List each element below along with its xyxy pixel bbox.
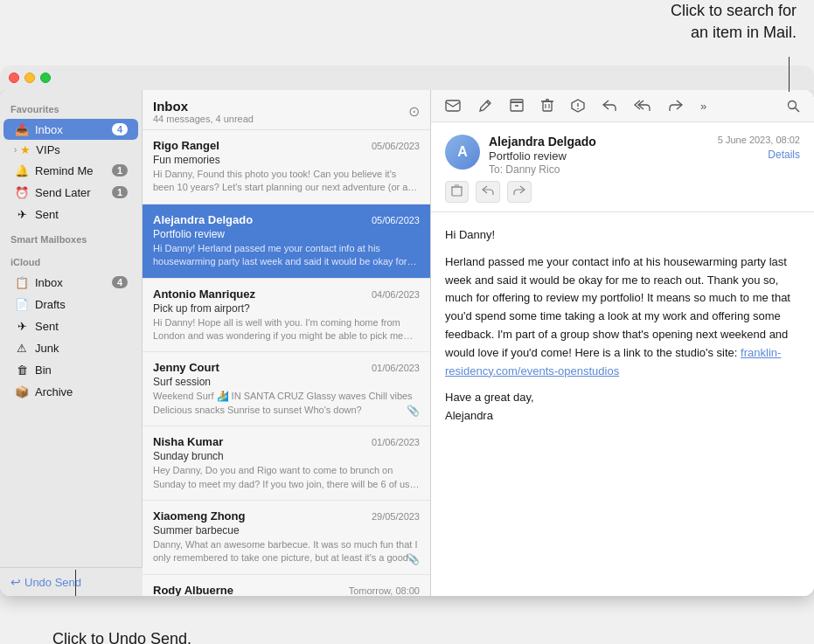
icloud-inbox-badge: 4 [112, 276, 128, 288]
zoom-button[interactable] [40, 73, 51, 83]
sender-info: Alejandra Delgado Portfolio review To: D… [489, 135, 709, 176]
svg-point-12 [577, 108, 579, 110]
reply-all-button[interactable] [630, 98, 655, 114]
detail-action-bar [445, 181, 800, 203]
msg-subject: Surf session [153, 376, 420, 388]
message-item[interactable]: Nisha Kumar 01/06/2023 Sunday brunchHey … [143, 426, 430, 501]
to-label: To: [489, 163, 505, 176]
close-button[interactable] [9, 73, 19, 83]
message-list: Inbox 44 messages, 4 unread ⊙ Rigo Range… [143, 90, 431, 596]
detail-to: To: Danny Rico [489, 163, 709, 176]
inbox-badge: 4 [112, 123, 128, 135]
msg-date: 04/06/2023 [372, 289, 420, 300]
sidebar-item-drafts[interactable]: 📄 Drafts [3, 294, 138, 315]
junk-button[interactable] [567, 97, 588, 114]
sidebar-item-remind-me[interactable]: 🔔 Remind Me 1 [3, 160, 138, 181]
msg-sender: Alejandra Delgado [153, 213, 253, 226]
msg-preview: Hey Danny, Do you and Rigo want to come … [153, 464, 420, 491]
send-later-label: Send Later [35, 186, 112, 199]
msg-sender: Rigo Rangel [153, 139, 219, 152]
sidebar-item-sent[interactable]: ✈ Sent [3, 204, 138, 225]
forward-button[interactable] [665, 98, 686, 114]
message-item[interactable]: Rody Albuerne Tomorrow, 08:00 Baking wor… [143, 575, 430, 596]
sidebar-item-junk[interactable]: ⚠ Junk [3, 337, 138, 358]
icloud-sent-label: Sent [35, 320, 128, 333]
more-button[interactable]: » [697, 98, 710, 114]
send-later-icon: ⏰ [14, 184, 30, 200]
trash-button[interactable] [538, 97, 557, 114]
vips-label: VIPs [36, 143, 59, 156]
sender-name: Alejandra Delgado [489, 135, 709, 149]
minimize-button[interactable] [24, 73, 35, 83]
vips-star-icon: ★ [20, 143, 31, 156]
message-detail: » A Alejandra Delgado Portfolio review T… [431, 90, 814, 596]
reply-button[interactable] [599, 98, 620, 114]
msg-date: 29/05/2023 [372, 511, 420, 522]
msg-date: 05/06/2023 [372, 215, 420, 225]
sidebar-item-inbox[interactable]: 📥 Inbox 4 [3, 119, 138, 140]
remind-me-label: Remind Me [35, 164, 112, 177]
undo-send-button[interactable]: ↩ Undo Send [0, 567, 143, 596]
icloud-label: iCloud [0, 248, 142, 271]
annotation-undo-send: Click to Undo Send. [52, 630, 191, 644]
detail-reply-button[interactable] [476, 181, 500, 203]
undo-send-icon: ↩ [10, 575, 21, 589]
detail-trash-button[interactable] [445, 181, 469, 203]
message-list-header: Inbox 44 messages, 4 unread ⊙ [143, 90, 430, 130]
detail-header: A Alejandra Delgado Portfolio review To:… [431, 122, 814, 212]
smart-mailboxes-label: Smart Mailboxes [0, 225, 142, 248]
message-item[interactable]: Rigo Rangel 05/06/2023 Fun memoriesHi Da… [143, 130, 430, 204]
svg-rect-3 [511, 100, 523, 102]
svg-point-13 [789, 100, 797, 108]
msg-preview: Hi Danny, Found this photo you took! Can… [153, 168, 420, 195]
svg-line-14 [796, 107, 800, 112]
archive-label: Archive [35, 385, 128, 398]
sidebar-item-archive[interactable]: 📦 Archive [3, 381, 138, 402]
message-item[interactable]: Alejandra Delgado 05/06/2023 Portfolio r… [143, 204, 430, 279]
message-item[interactable]: Antonio Manriquez 04/06/2023 Pick up fro… [143, 279, 430, 353]
detail-forward-button[interactable] [507, 181, 532, 203]
svg-rect-15 [452, 187, 462, 196]
attachment-icon: 📎 [407, 405, 420, 417]
sidebar-item-bin[interactable]: 🗑 Bin [3, 359, 138, 380]
msg-sender: Nisha Kumar [153, 435, 223, 448]
detail-body: Hi Danny! Herland passed me your contact… [431, 212, 814, 596]
annotation-line-bottom [75, 570, 76, 596]
msg-subject: Summer barbecue [153, 524, 420, 537]
sidebar-item-send-later[interactable]: ⏰ Send Later 1 [3, 182, 138, 203]
vips-chevron-icon: › [14, 145, 17, 155]
bin-label: Bin [35, 364, 128, 377]
details-link[interactable]: Details [718, 149, 800, 161]
message-item[interactable]: Jenny Court 01/06/2023 Surf sessionWeeke… [143, 352, 430, 426]
undo-send-label: Undo Send [24, 576, 81, 589]
filter-icon[interactable]: ⊙ [408, 103, 420, 120]
search-button[interactable] [783, 98, 804, 114]
drafts-label: Drafts [35, 298, 128, 311]
traffic-lights [9, 73, 51, 83]
archive-icon: 📦 [14, 384, 30, 399]
titlebar [0, 66, 814, 90]
msg-preview: Hi Danny! Herland passed me your contact… [153, 242, 420, 269]
body-paragraph: Herland passed me your contact info at h… [445, 253, 800, 381]
message-item[interactable]: Xiaomeng Zhong 29/05/2023 Summer barbecu… [143, 501, 430, 575]
svg-rect-5 [543, 101, 552, 111]
avatar: A [445, 135, 480, 170]
compose-button[interactable] [475, 97, 496, 114]
detail-toolbar: » [431, 90, 814, 122]
sent-icon: ✈ [14, 206, 30, 222]
sidebar-item-icloud-inbox[interactable]: 📋 Inbox 4 [3, 272, 138, 293]
new-message-button[interactable] [442, 97, 464, 114]
sidebar-item-vips[interactable]: › ★ VIPs [3, 141, 138, 159]
sidebar-item-icloud-sent[interactable]: ✈ Sent [3, 315, 138, 336]
inbox-icon: 📥 [14, 121, 30, 137]
bin-icon: 🗑 [14, 362, 30, 377]
inbox-subtitle: 44 messages, 4 unread [153, 114, 254, 124]
sidebar-inbox-label: Inbox [35, 123, 112, 136]
svg-rect-0 [446, 100, 460, 111]
body-greeting: Hi Danny! [445, 226, 800, 245]
body-signoff: Have a great day, Alejandra [445, 389, 800, 426]
msg-subject: Fun memories [153, 154, 420, 166]
annotation-search: Click to search for an item in Mail. [671, 0, 797, 44]
archive-button[interactable] [506, 97, 527, 114]
msg-subject: Sunday brunch [153, 450, 420, 462]
